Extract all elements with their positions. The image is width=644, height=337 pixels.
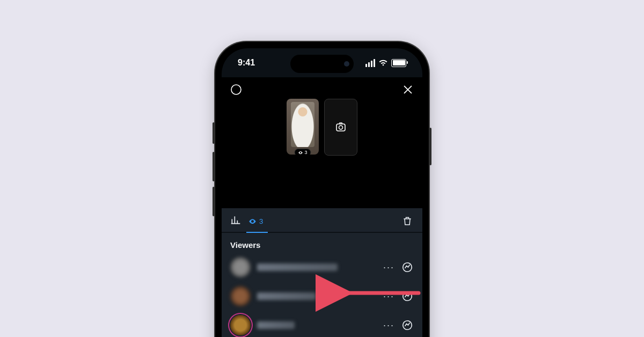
story-view-badge: 3	[294, 149, 311, 155]
story-header: 3	[222, 77, 422, 208]
viewer-row: ···	[222, 253, 422, 282]
more-options-button[interactable]: ···	[383, 320, 394, 331]
wifi-icon	[378, 59, 388, 67]
story-thumbnail[interactable]: 3	[287, 99, 319, 155]
dynamic-island	[290, 55, 354, 73]
delete-button[interactable]	[401, 215, 414, 228]
phone-frame: 9:41	[215, 42, 429, 337]
avatar[interactable]	[230, 286, 251, 306]
svg-rect-1	[336, 124, 345, 131]
svg-point-5	[403, 321, 412, 330]
viewer-row: ···	[222, 311, 422, 337]
cellular-signal-icon	[365, 59, 375, 67]
message-button[interactable]	[401, 261, 414, 274]
message-button[interactable]	[401, 290, 414, 303]
insights-button[interactable]	[230, 215, 241, 228]
svg-point-3	[403, 263, 412, 272]
viewers-panel: 3 Viewers ········· Facebook viewers	[222, 208, 422, 337]
svg-point-4	[403, 292, 412, 301]
canvas: 9:41	[0, 0, 644, 337]
viewer-row: ···	[222, 282, 422, 311]
add-story-button[interactable]	[324, 99, 357, 156]
settings-button[interactable]	[229, 83, 243, 97]
svg-point-2	[339, 126, 343, 129]
more-options-button[interactable]: ···	[383, 262, 394, 273]
phone-screen: 9:41	[222, 48, 422, 337]
close-button[interactable]	[401, 83, 415, 97]
battery-icon	[391, 59, 406, 67]
avatar[interactable]	[230, 257, 251, 277]
viewer-name-blurred	[257, 292, 316, 300]
viewers-toolbar: 3	[222, 208, 422, 232]
viewer-count-tab[interactable]: 3	[248, 217, 263, 225]
more-options-button[interactable]: ···	[383, 291, 394, 302]
message-button[interactable]	[401, 319, 414, 332]
viewer-name-blurred	[257, 321, 295, 329]
avatar[interactable]	[230, 315, 251, 335]
viewer-name-blurred	[257, 263, 338, 271]
viewers-section-title: Viewers	[222, 233, 422, 253]
svg-point-0	[231, 85, 241, 94]
status-time: 9:41	[238, 58, 255, 68]
